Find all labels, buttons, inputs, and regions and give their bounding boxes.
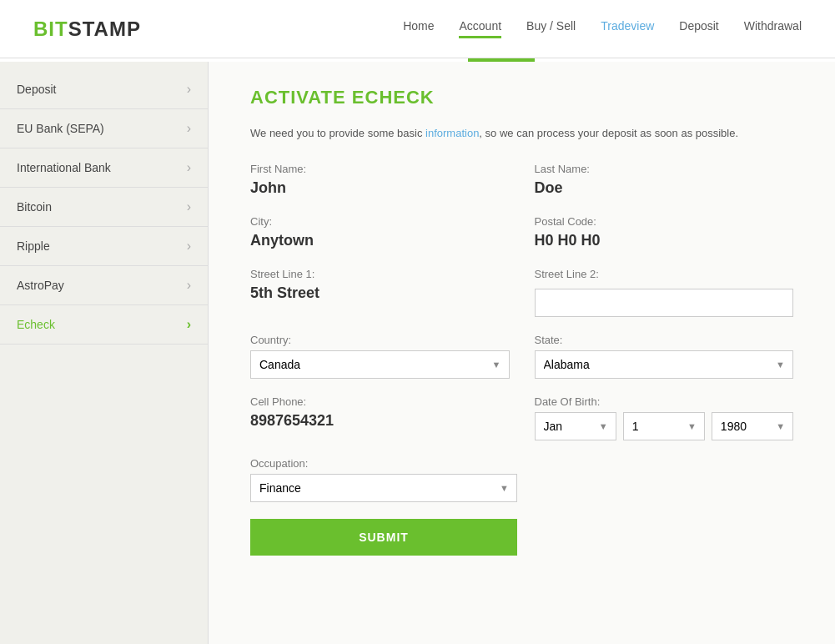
sidebar-label-astropay: AstroPay	[17, 279, 64, 292]
street-row: Street Line 1: 5th Street Street Line 2:	[250, 268, 793, 317]
subtitle-pre: We need you to provide some basic	[250, 127, 425, 139]
phone-value: 8987654321	[250, 412, 510, 430]
first-name-label: First Name:	[250, 163, 510, 175]
phone-col: Cell Phone: 8987654321	[250, 395, 510, 440]
chevron-right-icon: ›	[187, 82, 191, 97]
sidebar-item-deposit[interactable]: Deposit ›	[0, 70, 208, 109]
sidebar-label-deposit: Deposit	[17, 83, 56, 96]
dob-label: Date Of Birth:	[535, 395, 794, 408]
country-col: Country: Canada United States United Kin…	[250, 334, 510, 379]
state-label: State:	[535, 334, 794, 346]
city-col: City: Anytown	[250, 215, 510, 251]
state-select-wrapper: Alabama Alaska Arizona	[535, 350, 794, 379]
main-nav: Home Account Buy / Sell Tradeview Deposi…	[403, 19, 802, 38]
chevron-right-icon: ›	[187, 199, 191, 214]
sidebar-label-eubank: EU Bank (SEPA)	[17, 122, 104, 135]
occupation-col: Occupation: Finance Technology Healthcar…	[250, 457, 517, 502]
logo-bit: BIT	[33, 18, 68, 41]
chevron-right-icon: ›	[187, 121, 191, 136]
postal-value: H0 H0 H0	[535, 232, 794, 249]
dob-year-wrapper: 198019811979	[712, 412, 793, 440]
sidebar-item-ripple[interactable]: Ripple ›	[0, 227, 208, 266]
dob-selects: JanFebMar AprMayJun JulAugSep OctNovDec …	[535, 412, 794, 440]
subtitle: We need you to provide some basic inform…	[250, 125, 793, 142]
occupation-label: Occupation:	[250, 457, 517, 470]
dob-day-wrapper: 123	[623, 412, 705, 440]
sidebar-label-intlbank: International Bank	[17, 161, 111, 174]
logo: BITSTAMP	[33, 18, 141, 41]
last-name-value: Doe	[535, 179, 794, 197]
country-select[interactable]: Canada United States United Kingdom	[250, 350, 510, 379]
last-name-col: Last Name: Doe	[535, 163, 794, 199]
street2-label: Street Line 2:	[535, 268, 794, 280]
state-col: State: Alabama Alaska Arizona	[535, 334, 794, 379]
main-content: ACTIVATE ECHECK We need you to provide s…	[209, 62, 835, 644]
page-title: ACTIVATE ECHECK	[250, 87, 793, 108]
chevron-right-icon: ›	[187, 160, 191, 175]
chevron-right-icon: ›	[187, 239, 191, 254]
nav-account[interactable]: Account	[459, 19, 501, 38]
nav-home[interactable]: Home	[403, 19, 434, 38]
state-select[interactable]: Alabama Alaska Arizona	[535, 350, 794, 379]
occupation-select-wrapper: Finance Technology Healthcare	[250, 474, 517, 502]
sidebar-label-bitcoin: Bitcoin	[17, 200, 52, 214]
dob-day-select[interactable]: 123	[623, 412, 705, 440]
street1-label: Street Line 1:	[250, 268, 510, 280]
name-row: First Name: John Last Name: Doe	[250, 163, 793, 199]
sidebar-item-eubank[interactable]: EU Bank (SEPA) ›	[0, 109, 208, 148]
country-select-wrapper: Canada United States United Kingdom	[250, 350, 510, 379]
page-layout: Deposit › EU Bank (SEPA) › International…	[0, 62, 835, 644]
sidebar-item-bitcoin[interactable]: Bitcoin ›	[0, 188, 208, 227]
dob-col: Date Of Birth: JanFebMar AprMayJun JulAu…	[535, 395, 794, 440]
sidebar-item-echeck[interactable]: Echeck ›	[0, 305, 208, 345]
subtitle-link[interactable]: information	[425, 127, 479, 139]
occupation-row: Occupation: Finance Technology Healthcar…	[250, 457, 793, 502]
sidebar-item-astropay[interactable]: AstroPay ›	[0, 266, 208, 305]
sidebar-item-intlbank[interactable]: International Bank ›	[0, 148, 208, 188]
nav-tradeview[interactable]: Tradeview	[601, 19, 654, 38]
nav-deposit[interactable]: Deposit	[679, 19, 718, 38]
city-label: City:	[250, 215, 510, 228]
phone-dob-row: Cell Phone: 8987654321 Date Of Birth: Ja…	[250, 395, 793, 440]
sidebar: Deposit › EU Bank (SEPA) › International…	[0, 62, 209, 644]
first-name-col: First Name: John	[250, 163, 510, 199]
chevron-right-icon: ›	[187, 317, 191, 332]
country-state-row: Country: Canada United States United Kin…	[250, 334, 793, 379]
nav-withdrawal[interactable]: Withdrawal	[744, 19, 802, 38]
occupation-select[interactable]: Finance Technology Healthcare	[250, 474, 517, 502]
nav-buysell[interactable]: Buy / Sell	[526, 19, 576, 38]
subtitle-post: , so we can process your deposit as soon…	[479, 127, 738, 139]
postal-label: Postal Code:	[535, 215, 794, 228]
street2-input[interactable]	[535, 289, 794, 317]
phone-label: Cell Phone:	[250, 395, 510, 408]
sidebar-label-ripple: Ripple	[17, 239, 50, 253]
last-name-label: Last Name:	[535, 163, 794, 175]
logo-stamp: STAMP	[68, 18, 141, 41]
city-postal-row: City: Anytown Postal Code: H0 H0 H0	[250, 215, 793, 251]
chevron-right-icon: ›	[187, 278, 191, 293]
street1-value: 5th Street	[250, 284, 510, 302]
street1-col: Street Line 1: 5th Street	[250, 268, 510, 317]
country-label: Country:	[250, 334, 510, 346]
dob-month-select[interactable]: JanFebMar AprMayJun JulAugSep OctNovDec	[535, 412, 616, 440]
street2-col: Street Line 2:	[535, 268, 794, 317]
dob-year-select[interactable]: 198019811979	[712, 412, 793, 440]
first-name-value: John	[250, 179, 510, 197]
sidebar-label-echeck: Echeck	[17, 318, 55, 331]
header: BITSTAMP Home Account Buy / Sell Tradevi…	[0, 0, 835, 58]
postal-col: Postal Code: H0 H0 H0	[535, 215, 794, 251]
submit-button[interactable]: SUBMIT	[250, 519, 517, 556]
dob-month-wrapper: JanFebMar AprMayJun JulAugSep OctNovDec	[535, 412, 616, 440]
city-value: Anytown	[250, 232, 510, 249]
